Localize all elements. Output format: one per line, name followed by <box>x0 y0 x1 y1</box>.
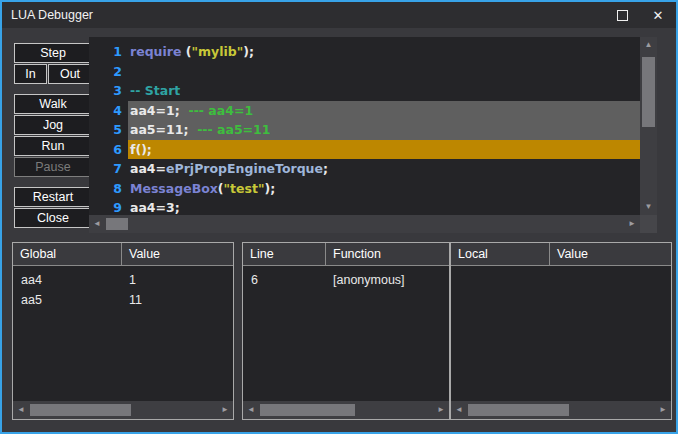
code-line-8[interactable]: 8 MessageBox("test"); <box>89 179 640 199</box>
highlighted-line: aa5=11; --- aa5=11 <box>128 120 640 140</box>
highlighted-line: aa4=1; --- aa4=1 <box>128 101 640 121</box>
line-number: 1 <box>89 42 122 62</box>
jog-button[interactable]: Jog <box>14 115 92 135</box>
code-line-1[interactable]: 1 require ("mylib"); <box>89 42 640 62</box>
code-token: "mylib" <box>192 44 244 59</box>
run-button[interactable]: Run <box>14 136 92 156</box>
scroll-down-arrow-icon[interactable]: ▼ <box>640 201 657 213</box>
callstack-panel: Line Function 6 [anonymous] ◄ ► <box>242 242 450 420</box>
global-value: 11 <box>121 293 142 307</box>
global-name: aa5 <box>13 293 121 307</box>
line-number: 3 <box>89 81 122 101</box>
scrollbar-corner <box>640 215 657 233</box>
code-line-3[interactable]: 3 -- Start <box>89 81 640 101</box>
locals-header: Local Value <box>451 243 671 266</box>
callstack-header: Line Function <box>243 243 449 266</box>
window-controls: ✕ <box>604 2 676 28</box>
walk-button[interactable]: Walk <box>14 94 92 114</box>
line-number: 7 <box>89 159 122 179</box>
code-token: ; <box>323 161 328 176</box>
table-row[interactable]: aa4 1 <box>13 270 233 290</box>
locals-body <box>451 266 671 270</box>
code-token: ePrjPropEngineTorque <box>166 161 323 176</box>
scroll-left-arrow-icon[interactable]: ◄ <box>91 215 103 233</box>
code-line-4[interactable]: 4 aa4=1; --- aa4=1 <box>89 101 640 121</box>
column-header-line: Line <box>243 243 325 265</box>
code-line-6[interactable]: 6 f(); <box>89 140 640 160</box>
editor-vertical-scrollbar[interactable]: ▲ ▼ <box>640 37 657 215</box>
scroll-left-arrow-icon[interactable]: ◄ <box>245 401 257 419</box>
line-number: 9 <box>89 198 122 215</box>
globals-header: Global Value <box>13 243 233 266</box>
scroll-up-arrow-icon[interactable]: ▲ <box>640 39 657 51</box>
titlebar: LUA Debugger ✕ <box>2 2 676 28</box>
horizontal-scroll-thumb[interactable] <box>30 404 131 416</box>
callstack-body: 6 [anonymous] <box>243 266 449 290</box>
stack-line: 6 <box>243 273 325 287</box>
restart-button[interactable]: Restart <box>14 187 92 207</box>
line-number: 8 <box>89 179 122 199</box>
code-token: --- aa4=1 <box>188 103 253 118</box>
vertical-scroll-thumb[interactable] <box>642 57 655 127</box>
editor-horizontal-scrollbar[interactable]: ◄ ► <box>89 215 640 233</box>
code-token: aa4=3; <box>130 200 180 215</box>
global-value: 1 <box>121 273 136 287</box>
code-token: aa4=1; <box>130 103 188 118</box>
code-token: aa5=11; <box>130 122 197 137</box>
pause-button: Pause <box>14 157 92 177</box>
code-token: require <box>130 44 186 59</box>
horizontal-scroll-thumb[interactable] <box>260 404 355 416</box>
maximize-button[interactable] <box>604 2 640 28</box>
code-editor: 1 require ("mylib"); 2 3 -- Start 4 aa4=… <box>89 37 657 233</box>
step-out-button[interactable]: Out <box>48 64 92 84</box>
current-execution-line: f(); <box>128 140 640 160</box>
table-row[interactable]: aa5 11 <box>13 290 233 310</box>
code-line-2[interactable]: 2 <box>89 62 640 82</box>
code-token: ); <box>243 44 254 59</box>
line-number: 6 <box>89 140 122 160</box>
table-row[interactable]: 6 [anonymous] <box>243 270 449 290</box>
scroll-right-arrow-icon[interactable]: ► <box>657 401 669 419</box>
globals-body: aa4 1 aa5 11 <box>13 266 233 310</box>
scroll-right-arrow-icon[interactable]: ► <box>626 215 638 233</box>
code-lines: 1 require ("mylib"); 2 3 -- Start 4 aa4=… <box>89 37 640 215</box>
line-number: 4 <box>89 101 122 121</box>
code-token: f(); <box>130 142 152 157</box>
stack-function: [anonymous] <box>325 273 405 287</box>
scroll-left-arrow-icon[interactable]: ◄ <box>453 401 465 419</box>
code-token: -- Start <box>130 83 180 98</box>
column-header-local: Local <box>451 243 549 265</box>
code-token: aa4= <box>130 161 166 176</box>
code-line-9[interactable]: 9 aa4=3; <box>89 198 640 215</box>
lua-debugger-window: LUA Debugger ✕ Step In Out Walk Jog Run … <box>0 0 678 434</box>
code-token: --- aa5=11 <box>197 122 270 137</box>
horizontal-scroll-thumb[interactable] <box>106 218 128 230</box>
horizontal-scroll-thumb[interactable] <box>468 404 569 416</box>
locals-horizontal-scrollbar[interactable]: ◄ ► <box>451 401 671 419</box>
close-window-button[interactable]: ✕ <box>640 2 676 28</box>
global-name: aa4 <box>13 273 121 287</box>
step-in-button[interactable]: In <box>14 64 47 84</box>
code-line-5[interactable]: 5 aa5=11; --- aa5=11 <box>89 120 640 140</box>
column-header-global: Global <box>13 243 121 265</box>
column-header-function: Function <box>325 243 449 265</box>
code-line-7[interactable]: 7 aa4=ePrjPropEngineTorque; <box>89 159 640 179</box>
line-number: 2 <box>89 62 122 82</box>
scroll-left-arrow-icon[interactable]: ◄ <box>15 401 27 419</box>
window-title: LUA Debugger <box>11 8 93 22</box>
scroll-right-arrow-icon[interactable]: ► <box>219 401 231 419</box>
step-button[interactable]: Step <box>14 43 92 63</box>
close-button[interactable]: Close <box>14 208 92 228</box>
globals-horizontal-scrollbar[interactable]: ◄ ► <box>13 401 233 419</box>
close-icon: ✕ <box>653 9 664 22</box>
maximize-icon <box>617 10 628 21</box>
code-token: MessageBox <box>130 181 218 196</box>
code-token: ); <box>264 181 275 196</box>
column-header-value: Value <box>121 243 233 265</box>
scroll-right-arrow-icon[interactable]: ► <box>435 401 447 419</box>
column-header-value: Value <box>549 243 671 265</box>
callstack-horizontal-scrollbar[interactable]: ◄ ► <box>243 401 449 419</box>
code-token: "test" <box>224 181 265 196</box>
locals-panel: Local Value ◄ ► <box>450 242 672 420</box>
debug-toolbar: Step In Out Walk Jog Run Pause Restart C… <box>14 43 92 229</box>
